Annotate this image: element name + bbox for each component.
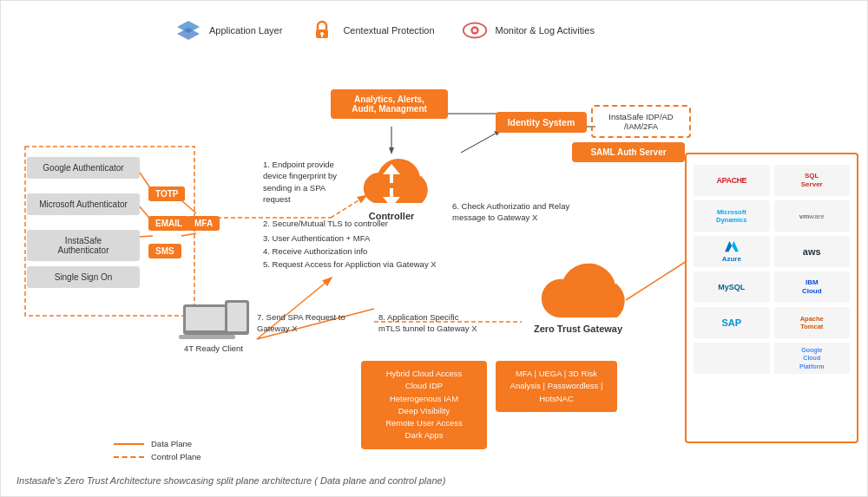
step-1: 1. Endpoint provide device fingerprint b…: [263, 159, 406, 205]
control-plane-line: [114, 456, 144, 458]
svg-marker-34: [732, 241, 739, 252]
svg-rect-29: [186, 307, 228, 330]
identity-system-box: Identity System: [496, 112, 587, 133]
logo-aws: aws: [774, 236, 851, 267]
device-icon: 4T Ready Client: [174, 287, 253, 353]
svg-line-4: [181, 200, 196, 213]
svg-point-21: [320, 32, 324, 36]
logo-sql-server: SQLServer: [774, 165, 851, 196]
logo-empty: [694, 343, 770, 374]
legend-monitor-log: Monitor & Log Activities: [461, 16, 595, 44]
legend-application-layer: Application Layer: [174, 16, 282, 44]
control-plane-label: Control Plane: [151, 452, 201, 461]
instasafe-idp-box: InstaSafe IDP/AD /IAM/2FA: [591, 105, 691, 138]
svg-line-6: [181, 233, 196, 236]
svg-line-3: [138, 236, 153, 237]
svg-line-12: [461, 131, 500, 153]
zero-trust-cloud: Zero Trust Gateway: [513, 248, 643, 339]
legend-contextual-label: Centextual Protection: [343, 25, 434, 36]
logo-sap: SAP: [694, 307, 770, 338]
step-6: 6. Check Authorizatio and Relay message …: [452, 200, 595, 224]
zero-trust-label: Zero Trust Gateway: [513, 324, 643, 334]
logo-ms-dynamics: MicrosoftDynamics: [694, 200, 770, 232]
diagram-container: Application Layer Centextual Protection: [0, 0, 868, 497]
auth-sso: Single Sign On: [27, 266, 140, 288]
legend-monitor-label: Monitor & Log Activities: [496, 25, 595, 36]
auth-microsoft: Microsoft Authenticator: [27, 193, 140, 215]
legend-bottom: Data Plane Control Plane: [114, 439, 201, 461]
mfa-badge: MFA: [187, 216, 220, 231]
step-4: 4. Receive Authorization info: [263, 245, 367, 257]
svg-marker-33: [725, 241, 732, 252]
right-panel: APACHE SQLServer MicrosoftDynamics vmwar…: [685, 153, 858, 443]
step-2: 2. Secure/Mutual TLS to controller: [263, 218, 388, 229]
layers-icon: [174, 16, 202, 44]
logo-azure: Azure: [694, 236, 770, 267]
logo-ibm-cloud: IBMCloud: [774, 271, 851, 303]
legend: Application Layer Centextual Protection: [174, 16, 595, 44]
svg-marker-19: [177, 28, 200, 40]
logo-apache-tomcat: ApacheTomcat: [774, 307, 851, 338]
svg-rect-30: [179, 335, 235, 339]
logo-mysql: MySQL: [694, 271, 770, 303]
auth-instasafe: InstaSafe Authenticator: [27, 230, 140, 261]
logo-vmware: vmware: [774, 200, 851, 232]
step-5: 5. Request Access for Appliction via Gat…: [263, 258, 437, 270]
logo-apache: APACHE: [694, 165, 770, 196]
hybrid-cloud-box: Hybrid Cloud Access Cloud IDP Heterogeno…: [361, 361, 487, 449]
step-8: 8. Application Specific mTLS tunnel to G…: [378, 311, 500, 335]
svg-point-25: [472, 29, 477, 33]
data-plane-line: [114, 443, 144, 445]
auth-google: Google Authenticator: [27, 157, 140, 179]
mfa-bottom-box: MFA | UEGA | 3D Risk Analysis | Password…: [496, 361, 617, 412]
device-label: 4T Ready Client: [174, 343, 253, 353]
eye-icon: [461, 16, 489, 44]
step-7: 7. Send SPA Request to Gateway X: [257, 311, 361, 335]
step-3: 3. User Authentication + MFA: [263, 232, 370, 244]
email-badge: EMAIL: [148, 216, 189, 231]
legend-contextual-protection: Centextual Protection: [308, 16, 434, 44]
lock-icon: [308, 16, 336, 44]
sms-badge: SMS: [148, 244, 181, 258]
totp-badge: TOTP: [148, 186, 185, 201]
legend-control-plane: Control Plane: [114, 452, 201, 461]
saml-auth-box: SAML Auth Server: [572, 142, 685, 162]
analytics-box: Analytics, Alerts, Audit, Managment: [331, 89, 448, 119]
legend-application-label: Application Layer: [209, 25, 282, 36]
svg-rect-32: [227, 303, 247, 331]
logo-gcp: GoogleCloudPlatform: [774, 343, 851, 374]
legend-data-plane: Data Plane: [114, 439, 201, 448]
data-plane-label: Data Plane: [151, 439, 192, 448]
footer-text: Instasafe's Zero Trust Architecture show…: [16, 475, 445, 486]
